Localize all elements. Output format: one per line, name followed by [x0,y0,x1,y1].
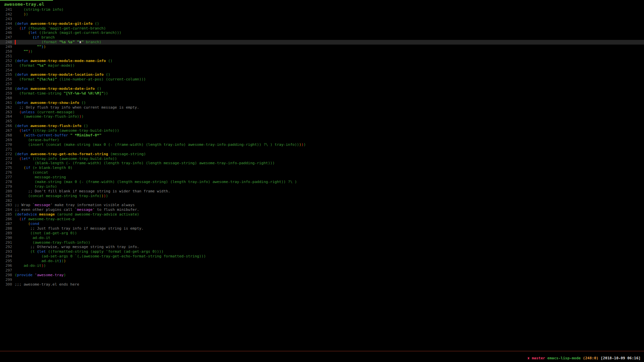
code-line-267[interactable]: 267 (let* ((tray-info (awesome-tray-buil… [0,128,644,133]
code-line-279[interactable]: 279 tray-info) [0,184,644,189]
code-segment: ;; Otherwise, wrap message string with t… [15,245,139,249]
code-line-291[interactable]: 291 (awesome-tray-flush-info)) [0,240,644,245]
code-line-264[interactable]: 264 (awesome-tray-flush-info))) [0,114,644,119]
code-line-273[interactable]: 273 (let* ((tray-info (awesome-tray-buil… [0,157,644,161]
code-line-254[interactable]: 254 [0,68,644,73]
code-line-294[interactable]: 294 (ad-set-args 0 `(,(awesome-tray-get-… [0,254,644,259]
code-text: (ad-set-args 0 `(,(awesome-tray-get-echo… [15,254,206,259]
code-line-300[interactable]: 300;;; awesome-tray.el ends here [0,282,644,287]
code-line-253[interactable]: 253 (format "%s" major-mode)) [0,63,644,68]
code-segment: ) [61,259,64,263]
code-line-275[interactable]: 275 (if (> blank-length 0) [0,166,644,170]
code-line-271[interactable]: 271 [0,147,644,152]
code-segment: (format [15,63,37,68]
code-line-296[interactable]: 296 ad-do-it)) [0,263,644,268]
code-line-258[interactable]: 258(defun awesome-tray-module-date-info … [0,86,644,91]
code-text: (blank-length (- (frame-width) (length t… [15,161,275,166]
code-line-261[interactable]: 261(defun awesome-tray-show-info () [0,101,644,105]
line-number: 251 [0,54,12,59]
code-line-280[interactable]: 280 ;; Don't fill blank if message strin… [0,189,644,194]
code-line-263[interactable]: 263 (unless (current-message) [0,110,644,115]
code-line-262[interactable]: 262 ;; Only flush tray info when current… [0,105,644,110]
code-segment: (around awesome-tray-advice activate) [55,212,139,217]
modeline-separator [0,351,644,351]
code-line-246[interactable]: 246 (let ((branch (magit-get-current-bra… [0,31,644,35]
code-text: (let* ((tray-info (awesome-tray-build-in… [15,157,117,161]
code-line-272[interactable]: 272(defun awesome-tray-get-echo-format-s… [0,152,644,157]
code-text: (defun awesome-tray-get-echo-format-stri… [15,152,146,157]
code-line-251[interactable]: 251 [0,54,644,59]
line-number: 296 [0,263,12,268]
code-line-286[interactable]: 286 (if awesome-tray-active-p [0,217,644,222]
code-line-248[interactable]: 248 (format "%s %s" "♜" branch) [0,40,644,45]
code-line-268[interactable]: 268 (with-current-buffer " *Minibuf-0*" [0,133,644,138]
code-line-256[interactable]: 256 (format "(%s:%s)" (line-number-at-po… [0,77,644,82]
code-segment: ) [301,142,304,147]
code-line-259[interactable]: 259 (format-time-string "[%Y-%m-%d %H:%M… [0,91,644,96]
code-line-299[interactable]: 299 [0,278,644,282]
code-segment: awesome-tray-get-echo-format-string [30,152,108,156]
code-text: ;; Wrap `message' make tray information … [15,203,135,207]
code-segment: )) [104,91,108,96]
code-line-257[interactable]: 257 [0,82,644,86]
line-number: 294 [0,254,12,259]
code-line-270[interactable]: 270 (insert (concat (make-string (max 0 … [0,142,644,147]
code-line-283[interactable]: 283;; Wrap `message' make tray informati… [0,203,644,207]
code-line-287[interactable]: 287 (cond [0,222,644,226]
code-line-277[interactable]: 277 message-string [0,175,644,180]
code-line-297[interactable]: 297 [0,268,644,273]
code-segment: "" [24,49,28,54]
code-segment [15,133,24,137]
code-segment: message [77,207,92,212]
code-line-250[interactable]: 250 "")) [0,49,644,54]
code-segment: defun [17,59,28,63]
code-text: (let* ((tray-info (awesome-tray-build-in… [15,128,119,133]
code-line-241[interactable]: 241 (string-trim info) [0,7,644,12]
code-line-243[interactable]: 243 [0,17,644,21]
code-line-244[interactable]: 244(defun awesome-tray-module-git-info (… [0,21,644,26]
line-number: 274 [0,161,12,166]
code-line-284[interactable]: 284;; even other plugins call `message' … [0,207,644,212]
code-line-292[interactable]: 292 ;; Otherwise, wrap message string wi… [0,245,644,249]
code-area[interactable]: 241 (string-trim info)242 ))243244(defun… [0,7,644,287]
code-segment: () [93,21,99,26]
line-number: 256 [0,77,12,82]
code-line-247[interactable]: 247 (if branch [0,35,644,40]
code-line-290[interactable]: 290 ad-do-it [0,236,644,240]
code-line-285[interactable]: 285(defadvice message (around awesome-tr… [0,212,644,217]
code-line-288[interactable]: 288 ;; Just flush tray info if message s… [0,226,644,231]
code-segment: (t [15,249,37,254]
code-line-295[interactable]: 295 ad-do-it))) [0,259,644,263]
code-segment: " *Minibuf-0*" [70,133,102,137]
code-line-293[interactable]: 293 (t (let ((formatted-string (apply 'f… [0,249,644,254]
code-line-260[interactable]: 260 [0,96,644,101]
code-segment: ' make tray information visible always [50,203,135,207]
code-text: (defun awesome-tray-module-mode-name-inf… [15,59,112,63]
line-number: 258 [0,86,12,91]
code-line-278[interactable]: 278 (make-string (max 0 (- (frame-width)… [0,180,644,184]
code-line-242[interactable]: 242 )) [0,12,644,17]
buffer-tab[interactable]: awesome-tray.el [0,0,53,7]
code-line-274[interactable]: 274 (blank-length (- (frame-width) (leng… [0,161,644,166]
code-segment: awesome-tray-module-mode-name-info [30,59,106,63]
code-segment: defadvice [17,212,37,217]
code-line-245[interactable]: 245 (if (fboundp 'magit-get-current-bran… [0,26,644,31]
code-line-249[interactable]: 249 "")) [0,45,644,49]
code-segment [15,157,19,161]
code-segment [15,35,33,40]
code-line-255[interactable]: 255(defun awesome-tray-module-location-i… [0,72,644,77]
code-segment: ( [19,157,21,161]
code-line-298[interactable]: 298(provide 'awesome-tray) [0,273,644,278]
code-line-265[interactable]: 265 [0,119,644,124]
code-line-281[interactable]: 281 (concat message-string tray-info)))) [0,194,644,198]
code-text: (defadvice message (around awesome-tray-… [15,212,139,217]
code-line-252[interactable]: 252(defun awesome-tray-module-mode-name-… [0,59,644,63]
line-number: 288 [0,226,12,231]
code-text: (format "(%s:%s)" (line-number-at-pos) (… [15,77,146,82]
code-line-282[interactable]: 282 [0,198,644,203]
code-line-266[interactable]: 266(defun awesome-tray-flush-info () [0,124,644,128]
line-number: 277 [0,175,12,180]
code-line-269[interactable]: 269 (erase-buffer) [0,138,644,142]
code-line-276[interactable]: 276 (concat [0,170,644,175]
code-line-289[interactable]: 289 ((not (ad-get-arg 0)) [0,231,644,236]
